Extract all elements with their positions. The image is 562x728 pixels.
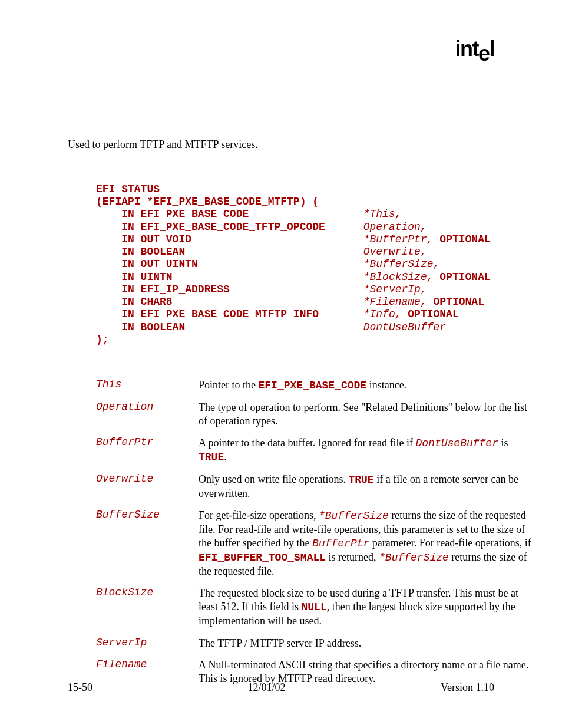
parameter-name: Overwrite xyxy=(96,473,199,485)
footer-page-number: 15-50 xyxy=(68,681,92,694)
parameter-description: Only used on write file operations. TRUE… xyxy=(199,473,532,500)
parameter-row: OverwriteOnly used on write file operati… xyxy=(96,473,532,500)
footer-date: 12/01/02 xyxy=(247,681,285,694)
parameter-name: ServerIp xyxy=(96,637,199,648)
parameter-description: Pointer to the EFI_PXE_BASE_CODE instanc… xyxy=(199,378,532,393)
parameter-description: The TFTP / MTFTP server IP address. xyxy=(199,637,532,650)
parameter-description: For get-file-size operations, *BufferSiz… xyxy=(199,509,532,578)
brand-logo: intel xyxy=(455,37,494,61)
summary-text: Used to perform TFTP and MTFTP services. xyxy=(68,139,497,151)
parameter-row: OperationThe type of operation to perfor… xyxy=(96,401,532,428)
parameter-name: BlockSize xyxy=(96,587,199,598)
parameter-row: ServerIpThe TFTP / MTFTP server IP addre… xyxy=(96,637,532,650)
parameter-row: BufferPtrA pointer to the data buffer. I… xyxy=(96,436,532,465)
parameter-name: Operation xyxy=(96,401,199,413)
function-prototype: EFI_STATUS (EFIAPI *EFI_PXE_BASE_CODE_MT… xyxy=(96,183,497,346)
parameter-name: This xyxy=(96,378,199,390)
parameter-name: Filename xyxy=(96,658,199,670)
parameter-description: The requested block size to be used duri… xyxy=(199,587,532,628)
parameter-row: BufferSizeFor get-file-size operations, … xyxy=(96,509,532,578)
parameter-row: ThisPointer to the EFI_PXE_BASE_CODE ins… xyxy=(96,378,532,393)
parameter-name: BufferSize xyxy=(96,509,199,521)
page-footer: 15-50 12/01/02 Version 1.10 xyxy=(68,681,494,694)
parameter-description: The type of operation to perform. See "R… xyxy=(199,401,532,428)
parameter-table: ThisPointer to the EFI_PXE_BASE_CODE ins… xyxy=(96,378,532,686)
parameter-row: BlockSizeThe requested block size to be … xyxy=(96,587,532,628)
parameter-name: BufferPtr xyxy=(96,436,199,448)
footer-version: Version 1.10 xyxy=(441,681,494,694)
parameter-description: A pointer to the data buffer. Ignored fo… xyxy=(199,436,532,465)
